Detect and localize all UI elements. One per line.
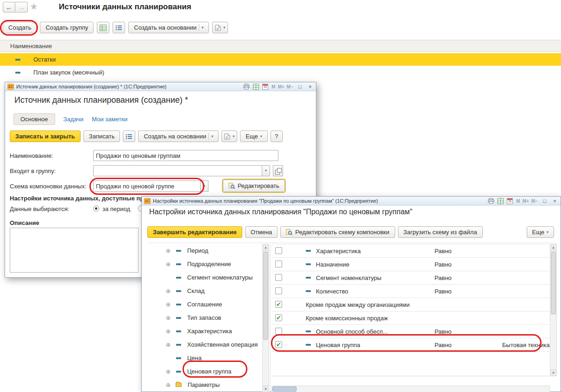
parent-group-choose-button[interactable] [273, 165, 283, 176]
cancel-button[interactable]: Отмена [245, 226, 278, 238]
close-button[interactable]: × [551, 198, 558, 204]
calculator-memory-buttons[interactable]: M M+ M− [271, 84, 293, 89]
create-button[interactable]: Создать [3, 22, 37, 33]
list-header-name-column[interactable]: Наименование [0, 40, 561, 52]
tree-item[interactable]: ⊕ Цена [147, 351, 262, 365]
scroll-up-icon[interactable]: ▲ [263, 244, 269, 251]
save-button[interactable]: Записать [83, 131, 120, 142]
calendar-icon[interactable]: 31 [507, 198, 513, 204]
condition-row[interactable]: ✔ Кроме продаж между организациями [271, 298, 550, 311]
load-scheme-from-file-button[interactable]: Загрузить схему из файла [398, 226, 483, 238]
spreadsheet-icon[interactable] [498, 198, 504, 204]
expand-icon[interactable]: ⊕ [165, 261, 171, 267]
checkbox-checked[interactable]: ✔ [275, 341, 282, 348]
report-menu-button[interactable]: ▾ [212, 22, 228, 33]
tree-item[interactable]: ⊕ Характеристика [147, 324, 262, 338]
description-textarea[interactable] [10, 228, 139, 273]
condition-row[interactable]: Основной способ обесп... Равно [271, 325, 550, 338]
maximize-button[interactable]: □ [296, 84, 303, 89]
create-based-on-button[interactable]: Создать на основании ▾ [138, 131, 219, 142]
favorite-star-icon[interactable]: ★ [30, 1, 38, 12]
scrollbar-thumb[interactable] [272, 386, 296, 392]
output-list-button[interactable] [97, 22, 109, 33]
expand-icon[interactable]: ⊕ [165, 369, 171, 374]
scrollbar-thumb[interactable] [551, 252, 556, 314]
save-and-close-button[interactable]: Записать и закрыть [10, 131, 81, 142]
configure-list-button[interactable] [123, 131, 135, 142]
checkbox-unchecked[interactable] [275, 247, 282, 254]
condition-row[interactable]: Сегмент номенклатуры Равно [271, 271, 550, 285]
scheme-input[interactable] [93, 180, 201, 192]
condition-row[interactable]: Количество Равно [271, 285, 550, 298]
expand-icon[interactable]: ⊕ [165, 288, 171, 294]
memory-m[interactable]: M [271, 84, 275, 89]
scheme-dropdown-button[interactable]: ▾ [200, 180, 208, 192]
tab-tasks[interactable]: Задачи [63, 116, 84, 123]
expand-icon[interactable]: ⊕ [165, 315, 171, 321]
spreadsheet-icon[interactable] [253, 84, 259, 90]
parent-group-input[interactable] [93, 165, 262, 176]
tree-item-parameters[interactable]: ⊕ Параметры [147, 378, 262, 392]
tree-item-price-group[interactable]: ⊕ Ценовая группа [147, 365, 262, 378]
memory-m-minus[interactable]: M− [287, 84, 293, 89]
help-button[interactable]: ? [271, 131, 283, 142]
finish-editing-button[interactable]: Завершить редактирование [147, 226, 242, 238]
more-button[interactable]: Еще ▾ [240, 131, 267, 142]
checkbox-checked[interactable]: ✔ [275, 314, 282, 321]
checkbox-checked[interactable]: ✔ [275, 301, 282, 308]
create-based-on-button[interactable]: Создать на основании ▾ [128, 22, 209, 33]
tab-main[interactable]: Основное [13, 113, 55, 125]
print-icon[interactable] [243, 84, 250, 89]
print-icon[interactable] [488, 198, 494, 204]
list-row[interactable]: План закупок (месячный) [0, 66, 561, 79]
scroll-up-icon[interactable]: ▲ [550, 244, 556, 251]
expand-icon[interactable]: ⊕ [165, 302, 171, 307]
memory-m-minus[interactable]: M− [531, 199, 538, 204]
tree-item[interactable]: ⊕ Тип запасов [147, 311, 262, 324]
edit-composition-scheme-button[interactable]: Редактировать схему компоновки [280, 226, 395, 238]
condition-row[interactable]: Характеристика Равно [271, 244, 550, 258]
memory-m[interactable]: M [516, 199, 520, 204]
memory-m-plus[interactable]: M+ [523, 199, 529, 204]
condition-row-price-group[interactable]: ✔ Ценовая группа Равно Бытовая техника [271, 338, 550, 352]
expand-icon[interactable]: ⊕ [165, 248, 171, 254]
report-menu-button[interactable]: ▾ [221, 131, 237, 142]
parent-group-dropdown-button[interactable]: ▾ [262, 165, 270, 176]
checkbox-unchecked[interactable] [275, 274, 282, 281]
maximize-button[interactable]: □ [541, 198, 548, 204]
name-input[interactable] [93, 150, 278, 161]
expand-icon[interactable]: ⊕ [165, 382, 171, 388]
scroll-down-icon[interactable]: ▼ [550, 369, 556, 376]
more-button[interactable]: Еще ▾ [527, 226, 554, 238]
radio-for-period[interactable] [93, 205, 99, 212]
tree-item[interactable]: ⊕ Сегмент номенклатуры [147, 271, 262, 284]
memory-m-plus[interactable]: M+ [278, 84, 284, 89]
checkbox-unchecked[interactable] [275, 287, 282, 294]
calendar-icon[interactable]: 31 [262, 84, 268, 90]
panel-splitter[interactable] [270, 244, 271, 392]
checkbox-unchecked[interactable] [275, 261, 282, 268]
window-titlebar[interactable]: 1С Настройки источника данных планирован… [142, 197, 561, 205]
conditions-hscrollbar[interactable] [271, 386, 550, 392]
back-button[interactable]: ← [3, 2, 15, 12]
conditions-scrollbar[interactable]: ▲ ▼ [550, 244, 557, 376]
list-row[interactable]: Остатки [0, 53, 561, 66]
close-button[interactable]: × [307, 84, 314, 89]
tree-item[interactable]: ⊕ Подразделение [147, 257, 262, 271]
radio-for-period-label[interactable]: за период [102, 205, 130, 212]
checkbox-unchecked[interactable] [275, 328, 282, 335]
expand-icon[interactable]: ⊕ [165, 342, 171, 348]
tree-item[interactable]: ⊕ Склад [147, 284, 262, 298]
calculator-memory-buttons[interactable]: M M+ M− [516, 199, 538, 204]
tree-item[interactable]: ⊕ Соглашение [147, 298, 262, 311]
expand-icon[interactable]: ⊕ [165, 329, 171, 334]
window-titlebar[interactable]: 1С Источник данных планирования (создани… [5, 82, 316, 91]
tree-item[interactable]: ⊕ Хозяйственная операция [147, 338, 262, 351]
scroll-down-icon[interactable]: ▼ [263, 386, 269, 392]
tab-my-notes[interactable]: Мои заметки [92, 116, 127, 123]
tree-item[interactable]: ⊕ Период [147, 244, 262, 257]
scrollbar-thumb[interactable] [263, 252, 268, 340]
configure-list-button[interactable] [113, 22, 125, 33]
edit-scheme-button[interactable]: Редактировать [223, 180, 285, 192]
condition-row[interactable]: Назначение Равно [271, 258, 550, 271]
